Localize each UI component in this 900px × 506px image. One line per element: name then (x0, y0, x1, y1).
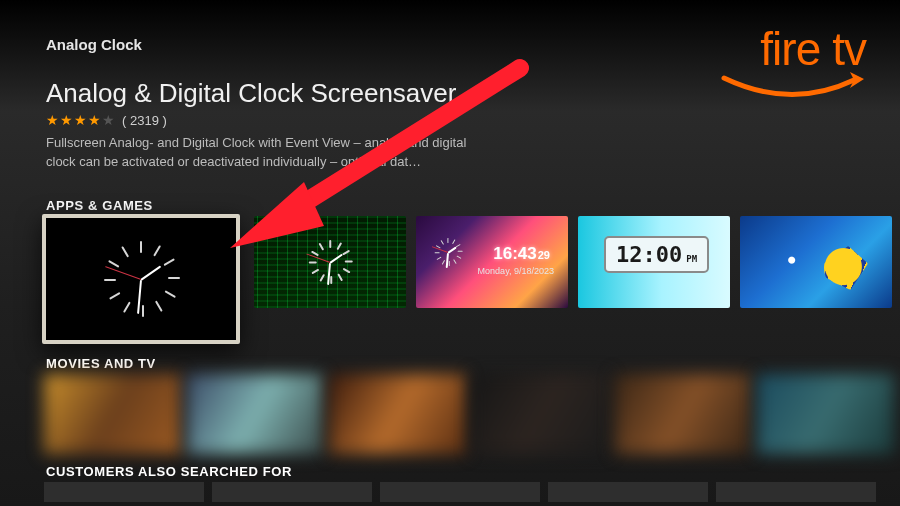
digital-date: Monday, 9/18/2023 (478, 266, 554, 276)
app-tile-analog-clock[interactable] (42, 214, 240, 344)
movie-tile[interactable] (329, 374, 466, 454)
movie-tile[interactable] (44, 374, 181, 454)
customer-tile[interactable] (44, 482, 204, 502)
app-tile-matrix-clock[interactable] (254, 216, 406, 308)
lcd-min: 00 (656, 242, 683, 267)
app-title: Analog & Digital Clock Screensaver (46, 78, 456, 109)
firetv-word-tv: tv (832, 23, 866, 75)
analog-clock-icon (46, 218, 236, 340)
section-apps-games-label: APPS & GAMES (46, 198, 153, 213)
app-description: Fullscreen Analog- and Digital Clock wit… (46, 134, 476, 172)
firetv-word-fire: fire (760, 23, 820, 75)
app-tile-jellyfish-clock[interactable]: 16:4329 Monday, 9/18/2023 (416, 216, 568, 308)
lcd-clock-icon: 12:00PM (578, 216, 730, 308)
firetv-logo: firetv (716, 28, 866, 102)
movie-tile[interactable] (615, 374, 752, 454)
app-tile-lcd-clock[interactable]: 12:00PM (578, 216, 730, 308)
lcd-hour: 12: (616, 242, 656, 267)
breadcrumb: Analog Clock (46, 36, 142, 53)
section-customers-label: CUSTOMERS ALSO SEARCHED FOR (46, 464, 292, 479)
app-tile-aquarium[interactable] (740, 216, 892, 308)
customer-tile[interactable] (548, 482, 708, 502)
rating-count: ( 2319 ) (122, 113, 167, 128)
customers-row[interactable] (44, 482, 900, 502)
customer-tile[interactable] (716, 482, 876, 502)
matrix-clock-icon (254, 216, 406, 308)
smile-arrow-icon (716, 72, 866, 102)
rating-row: ★★★★★ ( 2319 ) (46, 112, 167, 128)
lcd-ampm: PM (686, 254, 697, 264)
aquarium-icon (740, 216, 892, 308)
movie-tile[interactable] (187, 374, 324, 454)
apps-row[interactable]: 16:4329 Monday, 9/18/2023 12:00PM (42, 216, 900, 344)
star-icons: ★★★★★ (46, 112, 116, 128)
movies-row[interactable] (44, 374, 900, 454)
section-movies-label: MOVIES AND TV (46, 356, 156, 371)
jellyfish-clock-icon: 16:4329 Monday, 9/18/2023 (416, 216, 568, 308)
digital-time: 16:4329 (493, 244, 550, 264)
movie-tile[interactable] (472, 374, 609, 454)
customer-tile[interactable] (380, 482, 540, 502)
customer-tile[interactable] (212, 482, 372, 502)
movie-tile[interactable] (757, 374, 894, 454)
